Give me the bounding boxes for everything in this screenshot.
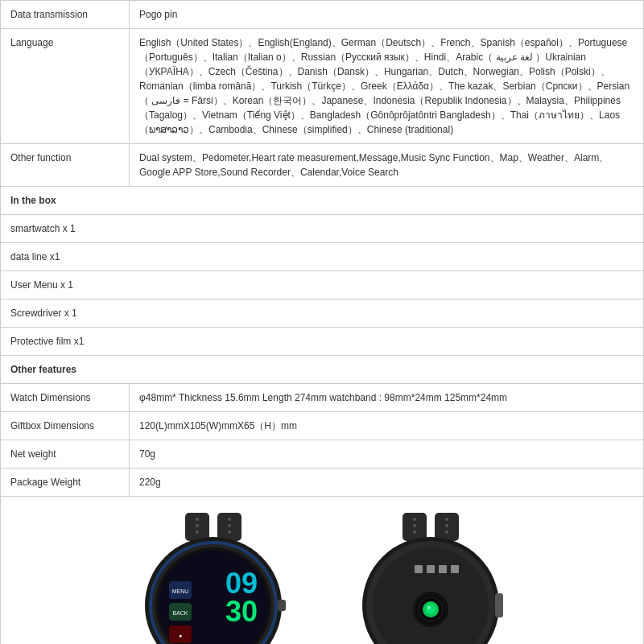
table-row: In the box	[1, 187, 644, 215]
spec-label: Giftbox Dimensions	[1, 412, 130, 440]
full-row: data line x1	[1, 243, 644, 271]
svg-point-33	[413, 518, 416, 521]
spec-value: φ48mm* Thickness 15.6mm Length 274mm wat…	[130, 384, 644, 412]
spec-value: Dual system、Pedometer,Heart rate measure…	[130, 144, 644, 187]
svg-rect-45	[451, 565, 459, 573]
watch-back-image	[338, 513, 523, 644]
spec-value: English（United States）、English(England)、…	[130, 29, 644, 144]
svg-point-34	[413, 524, 416, 527]
spec-value: 120(L)mmX105(W)mmX65（H）mm	[130, 412, 644, 440]
svg-point-7	[228, 530, 231, 534]
svg-point-5	[228, 518, 231, 521]
svg-point-50	[427, 606, 431, 609]
product-images: 09 30 27 Mar 2019 Tuesday MENU BACK ●	[0, 497, 644, 644]
full-row: User Menu x 1	[1, 271, 644, 299]
table-row: User Menu x 1	[1, 271, 644, 299]
table-row: Protective film x1	[1, 328, 644, 356]
table-row: Giftbox Dimensions120(L)mmX105(W)mmX65（H…	[1, 412, 644, 440]
full-row: Screwdriver x 1	[1, 299, 644, 328]
section-header: Other features	[1, 356, 644, 384]
svg-rect-42	[415, 565, 423, 573]
svg-point-6	[228, 524, 231, 527]
svg-rect-52	[495, 593, 503, 617]
svg-rect-22	[278, 600, 286, 611]
table-row: Package Weight220g	[1, 469, 644, 497]
table-row: Other functionDual system、Pedometer,Hear…	[1, 144, 644, 187]
table-row: data line x1	[1, 243, 644, 271]
spec-label: Language	[1, 29, 130, 144]
table-row: Data transmissionPogo pin	[1, 1, 644, 29]
spec-label: Other function	[1, 144, 130, 187]
spec-value: 220g	[130, 469, 644, 497]
svg-point-36	[445, 518, 448, 521]
spec-label: Watch Dimensions	[1, 384, 130, 412]
svg-text:BACK: BACK	[172, 610, 188, 616]
table-row: Net weight70g	[1, 440, 644, 469]
svg-point-49	[426, 605, 436, 614]
svg-rect-43	[427, 565, 435, 573]
svg-point-38	[445, 530, 448, 534]
spec-label: Data transmission	[1, 1, 130, 29]
spec-label: Net weight	[1, 440, 130, 469]
svg-point-4	[196, 530, 199, 534]
table-row: Other features	[1, 356, 644, 384]
svg-text:30: 30	[225, 595, 258, 628]
watch-front-image: 09 30 27 Mar 2019 Tuesday MENU BACK ●	[121, 513, 306, 644]
svg-point-35	[413, 530, 416, 534]
spec-label: Package Weight	[1, 469, 130, 497]
full-row: smartwatch x 1	[1, 215, 644, 243]
spec-table: Data transmissionPogo pinLanguageEnglish…	[0, 0, 644, 497]
svg-point-3	[196, 524, 199, 527]
table-row: Watch Dimensionsφ48mm* Thickness 15.6mm …	[1, 384, 644, 412]
table-row: smartwatch x 1	[1, 215, 644, 243]
svg-text:●: ●	[179, 633, 182, 638]
spec-value: Pogo pin	[130, 1, 644, 29]
section-header: In the box	[1, 187, 644, 215]
svg-rect-44	[439, 565, 447, 573]
spec-value: 70g	[130, 440, 644, 469]
table-row: Screwdriver x 1	[1, 299, 644, 328]
svg-point-37	[445, 524, 448, 527]
svg-text:MENU: MENU	[172, 588, 189, 594]
table-row: LanguageEnglish（United States）、English(E…	[1, 29, 644, 144]
full-row: Protective film x1	[1, 328, 644, 356]
svg-point-2	[196, 518, 199, 521]
